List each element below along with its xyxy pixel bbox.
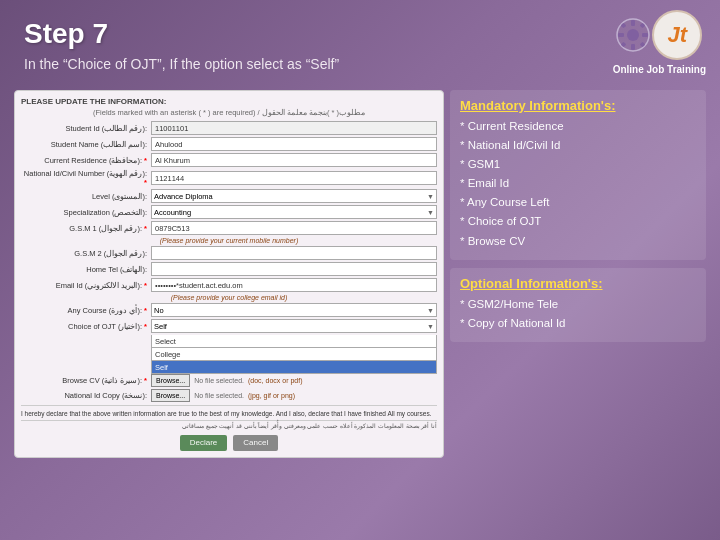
jt-logo: Jt (652, 10, 702, 60)
national-id-copy-button[interactable]: Browse... (151, 389, 190, 402)
student-name-input[interactable] (151, 137, 437, 151)
step-title: Step 7 (24, 18, 339, 50)
logo-area: Jt Online Job Training (613, 10, 706, 76)
level-row: Level (المستوى): Advance Diploma ▼ (21, 189, 437, 203)
any-course-label: Any Course (أي دورة): * (21, 306, 151, 315)
current-residence-row: Current Residence (محافظة): * (21, 153, 437, 167)
national-id-copy-hint: (jpg, gif or png) (248, 392, 295, 399)
form-subheader: (Fields marked with an asterisk ( * ) ar… (21, 108, 437, 117)
home-tel-row: Home Tel (الهاتف): (21, 262, 437, 276)
ojt-label: Online Job Training (613, 63, 706, 76)
form-container: PLEASE UPDATE THE INFORMATION: (Fields m… (14, 90, 444, 458)
email-hint: (Please provide your college email id) (21, 294, 437, 301)
top-left-content: Step 7 In the “Choice of OJT”, If the op… (24, 18, 339, 72)
home-tel-input[interactable] (151, 262, 437, 276)
choice-ojt-row: Choice of OJT (اختيار): * Self ▼ (21, 319, 437, 333)
mandatory-item-3: * GSM1 (460, 156, 696, 172)
choice-ojt-select[interactable]: Self ▼ (151, 319, 437, 333)
mandatory-item-7: * Browse CV (460, 233, 696, 249)
national-id-label: National Id/Civil Number (رقم الهوية): * (21, 169, 151, 187)
mandatory-item-5: * Any Course Left (460, 194, 696, 210)
declare-button[interactable]: Declare (180, 435, 228, 451)
mandatory-title: Mandatory Information's: (460, 98, 696, 113)
home-tel-label: Home Tel (الهاتف): (21, 265, 151, 274)
gsm1-label: G.S.M 1 (رقم الجوال): * (21, 224, 151, 233)
gsm2-row: G.S.M 2 (رقم الجوال): (21, 246, 437, 260)
any-course-arrow-icon: ▼ (427, 307, 434, 314)
any-course-select[interactable]: No ▼ (151, 303, 437, 317)
gsm1-hint: (Please provide your current mobile numb… (21, 237, 437, 244)
form-header: PLEASE UPDATE THE INFORMATION: (21, 97, 437, 106)
option-self[interactable]: Self (151, 361, 437, 374)
national-id-copy-no-file: No file selected. (194, 392, 244, 399)
specialization-arrow-icon: ▼ (427, 209, 434, 216)
email-input[interactable] (151, 278, 437, 292)
student-id-label: Student Id (رقم الطالب): (21, 124, 151, 133)
optional-title: Optional Information's: (460, 276, 696, 291)
form-buttons: Declare Cancel (21, 435, 437, 451)
student-id-row: Student Id (رقم الطالب): (21, 121, 437, 135)
optional-item-1: * GSM2/Home Tele (460, 296, 696, 312)
any-course-row: Any Course (أي دورة): * No ▼ (21, 303, 437, 317)
option-college[interactable]: College (151, 348, 437, 361)
svg-rect-5 (642, 33, 648, 37)
specialization-select[interactable]: Accounting ▼ (151, 205, 437, 219)
student-id-input[interactable] (151, 121, 437, 135)
optional-section: Optional Information's: * GSM2/Home Tele… (450, 268, 706, 342)
national-id-row: National Id/Civil Number (رقم الهوية): * (21, 169, 437, 187)
gsm2-label: G.S.M 2 (رقم الجوال): (21, 249, 151, 258)
level-arrow-icon: ▼ (427, 193, 434, 200)
any-course-value: No (154, 306, 164, 315)
email-row: Email Id (البريد الالكتروني): * (21, 278, 437, 292)
mandatory-item-4: * Email Id (460, 175, 696, 191)
national-id-copy-label: National Id Copy (نسخة): (21, 391, 151, 400)
student-name-row: Student Name (اسم الطالب): (21, 137, 437, 151)
browse-cv-button[interactable]: Browse... (151, 374, 190, 387)
national-id-input[interactable] (151, 171, 437, 185)
browse-cv-label: Browse CV (سيرة ذاتية): * (21, 376, 151, 385)
gear-icon (616, 18, 650, 52)
level-value: Advance Diploma (154, 192, 213, 201)
mandatory-item-2: * National Id/Civil Id (460, 137, 696, 153)
choice-ojt-label: Choice of OJT (اختيار): * (21, 322, 151, 331)
specialization-label: Specialization (التخصص): (21, 208, 151, 217)
gsm1-row: G.S.M 1 (رقم الجوال): * (21, 221, 437, 235)
optional-item-2: * Copy of National Id (460, 315, 696, 331)
current-residence-label: Current Residence (محافظة): * (21, 156, 151, 165)
cancel-button[interactable]: Cancel (233, 435, 278, 451)
mandatory-section: Mandatory Information's: * Current Resid… (450, 90, 706, 260)
mandatory-item-1: * Current Residence (460, 118, 696, 134)
arabic-declaration: أنا أقر بصحة المعلومات المذكورة أعلاه حس… (21, 420, 437, 431)
option-select[interactable]: Select (151, 335, 437, 348)
specialization-value: Accounting (154, 208, 191, 217)
gsm2-input[interactable] (151, 246, 437, 260)
browse-cv-no-file: No file selected. (194, 377, 244, 384)
specialization-row: Specialization (التخصص): Accounting ▼ (21, 205, 437, 219)
student-name-label: Student Name (اسم الطالب): (21, 140, 151, 149)
email-label: Email Id (البريد الالكتروني): * (21, 281, 151, 290)
svg-rect-3 (631, 44, 635, 50)
svg-rect-2 (631, 20, 635, 26)
choice-ojt-dropdown: Select College Self (151, 335, 437, 374)
mandatory-item-6: * Choice of OJT (460, 213, 696, 229)
level-label: Level (المستوى): (21, 192, 151, 201)
gsm1-input[interactable] (151, 221, 437, 235)
declaration-text: I hereby declare that the above written … (21, 405, 437, 418)
choice-ojt-arrow-icon: ▼ (427, 323, 434, 330)
choice-ojt-value: Self (154, 322, 167, 331)
level-select[interactable]: Advance Diploma ▼ (151, 189, 437, 203)
logo-icons: Jt (616, 10, 702, 60)
svg-rect-4 (618, 33, 624, 37)
browse-cv-hint: (doc, docx or pdf) (248, 377, 302, 384)
current-residence-input[interactable] (151, 153, 437, 167)
national-id-copy-row: National Id Copy (نسخة): Browse... No fi… (21, 389, 437, 402)
subtitle: In the “Choice of OJT”, If the option se… (24, 56, 339, 72)
svg-point-1 (627, 29, 639, 41)
browse-cv-row: Browse CV (سيرة ذاتية): * Browse... No f… (21, 374, 437, 387)
info-panel: Mandatory Information's: * Current Resid… (450, 90, 706, 342)
jt-text: Jt (668, 22, 688, 48)
